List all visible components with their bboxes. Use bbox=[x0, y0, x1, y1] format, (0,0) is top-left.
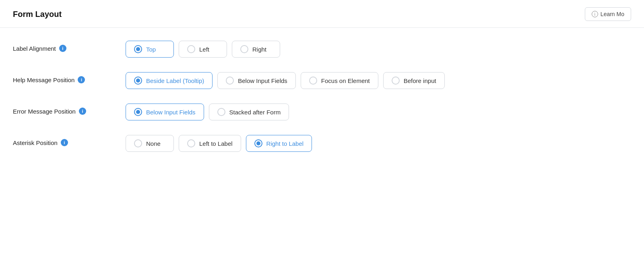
radio-label-below-input: Below Input Fields bbox=[238, 77, 287, 84]
options-help-message-position: Beside Label (Tooltip)Below Input Fields… bbox=[126, 72, 631, 89]
label-text-help-message-position: Help Message Position bbox=[13, 77, 74, 83]
options-label-alignment: TopLeftRight bbox=[126, 41, 631, 58]
radio-circle-none bbox=[134, 139, 142, 147]
label-error-message-position: Error Message Positioni bbox=[13, 104, 126, 115]
radio-label-beside-label: Beside Label (Tooltip) bbox=[146, 77, 204, 84]
radio-option-below-input-fields[interactable]: Below Input Fields bbox=[126, 104, 204, 120]
radio-label-stacked-after-form: Stacked after Form bbox=[229, 109, 281, 116]
radio-option-right-to-label[interactable]: Right to Label bbox=[246, 135, 312, 152]
radio-circle-left bbox=[187, 45, 195, 53]
radio-option-top[interactable]: Top bbox=[126, 41, 174, 58]
options-error-message-position: Below Input FieldsStacked after Form bbox=[126, 104, 631, 120]
label-asterisk-position: Asterisk Positioni bbox=[13, 135, 126, 146]
radio-label-right: Right bbox=[252, 46, 266, 53]
radio-circle-beside-label bbox=[134, 77, 142, 85]
radio-circle-left-to-label bbox=[187, 139, 195, 147]
form-row-asterisk-position: Asterisk PositioniNoneLeft to LabelRight… bbox=[13, 135, 631, 152]
radio-dot-top bbox=[136, 47, 140, 51]
label-text-label-alignment: Label Alignment bbox=[13, 45, 56, 52]
main-content: Label AlignmentiTopLeftRightHelp Message… bbox=[0, 28, 644, 179]
radio-dot-below-input-fields bbox=[136, 110, 140, 114]
radio-circle-focus-element bbox=[309, 77, 317, 85]
label-text-asterisk-position: Asterisk Position bbox=[13, 139, 58, 146]
radio-dot-right-to-label bbox=[256, 141, 260, 145]
radio-label-right-to-label: Right to Label bbox=[266, 140, 304, 147]
radio-label-before-input: Before input bbox=[404, 77, 436, 84]
form-row-error-message-position: Error Message PositioniBelow Input Field… bbox=[13, 104, 631, 120]
page-header: Form Layout i Learn Mo bbox=[0, 0, 644, 28]
radio-option-stacked-after-form[interactable]: Stacked after Form bbox=[209, 104, 289, 120]
label-text-error-message-position: Error Message Position bbox=[13, 108, 76, 115]
form-row-help-message-position: Help Message PositioniBeside Label (Tool… bbox=[13, 72, 631, 89]
radio-label-left: Left bbox=[199, 46, 209, 53]
info-icon-label-alignment[interactable]: i bbox=[59, 45, 66, 52]
radio-option-none[interactable]: None bbox=[126, 135, 174, 152]
radio-option-focus-element[interactable]: Focus on Element bbox=[301, 72, 378, 89]
radio-dot-beside-label bbox=[136, 79, 140, 83]
label-label-alignment: Label Alignmenti bbox=[13, 41, 126, 52]
learn-more-label: Learn Mo bbox=[601, 11, 624, 17]
radio-label-top: Top bbox=[146, 46, 156, 53]
radio-circle-right-to-label bbox=[254, 139, 262, 147]
learn-more-button[interactable]: i Learn Mo bbox=[585, 7, 631, 21]
radio-option-left[interactable]: Left bbox=[179, 41, 227, 58]
radio-circle-before-input bbox=[392, 77, 400, 85]
radio-circle-stacked-after-form bbox=[217, 108, 225, 116]
radio-circle-right bbox=[240, 45, 248, 53]
label-help-message-position: Help Message Positioni bbox=[13, 72, 126, 83]
info-icon-asterisk-position[interactable]: i bbox=[61, 139, 68, 146]
page-title: Form Layout bbox=[13, 10, 62, 19]
radio-label-left-to-label: Left to Label bbox=[199, 140, 233, 147]
radio-option-right[interactable]: Right bbox=[232, 41, 280, 58]
radio-option-left-to-label[interactable]: Left to Label bbox=[179, 135, 241, 152]
radio-circle-top bbox=[134, 45, 142, 53]
radio-label-none: None bbox=[146, 140, 161, 147]
radio-circle-below-input-fields bbox=[134, 108, 142, 116]
learn-more-icon: i bbox=[592, 11, 598, 17]
radio-label-below-input-fields: Below Input Fields bbox=[146, 109, 196, 116]
radio-option-before-input[interactable]: Before input bbox=[383, 72, 445, 89]
radio-label-focus-element: Focus on Element bbox=[321, 77, 370, 84]
radio-option-below-input[interactable]: Below Input Fields bbox=[217, 72, 296, 89]
radio-circle-below-input bbox=[226, 77, 234, 85]
form-row-label-alignment: Label AlignmentiTopLeftRight bbox=[13, 41, 631, 58]
radio-option-beside-label[interactable]: Beside Label (Tooltip) bbox=[126, 72, 213, 89]
options-asterisk-position: NoneLeft to LabelRight to Label bbox=[126, 135, 631, 152]
info-icon-error-message-position[interactable]: i bbox=[79, 108, 86, 115]
info-icon-help-message-position[interactable]: i bbox=[78, 76, 85, 83]
